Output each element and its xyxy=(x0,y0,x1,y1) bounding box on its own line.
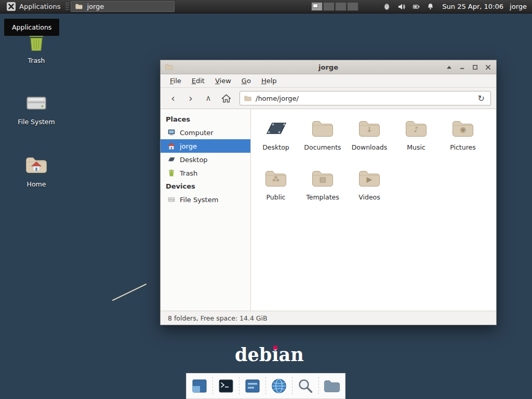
dock-separator xyxy=(265,377,266,395)
dock-item-panel[interactable] xyxy=(243,376,262,396)
workspace-1[interactable] xyxy=(311,2,323,11)
menu-edit[interactable]: Edit xyxy=(187,75,210,86)
folder-icon: ♪ xyxy=(404,116,429,141)
folder-item-documents[interactable]: Documents xyxy=(299,116,346,166)
desktop-special-icon xyxy=(263,116,288,141)
file-manager-window: jorge File Edit View Go Help xyxy=(160,60,497,325)
back-button[interactable]: ‹ xyxy=(166,91,180,105)
taskbar-item-label: jorge xyxy=(87,3,104,10)
desktop-icon-file-system[interactable]: File System xyxy=(11,90,61,126)
path-text[interactable]: /home/jorge/ xyxy=(256,95,472,102)
home-button[interactable] xyxy=(219,91,233,105)
dock-separator xyxy=(318,377,319,395)
mouse-icon[interactable] xyxy=(382,2,391,11)
folder-item-downloads[interactable]: ↓ Downloads xyxy=(346,116,393,166)
applications-menu-button[interactable]: Applications xyxy=(3,0,64,13)
reload-button[interactable]: ↻ xyxy=(476,94,487,103)
folder-label: Videos xyxy=(358,193,380,201)
menu-go[interactable]: Go xyxy=(236,75,256,86)
folder-view[interactable]: Desktop Documents ↓ Downloads xyxy=(251,109,496,311)
menu-file[interactable]: File xyxy=(165,75,187,86)
sidebar-item-trash[interactable]: Trash xyxy=(161,166,250,180)
up-button[interactable]: ∧ xyxy=(201,91,216,105)
applications-menu-label: Applications xyxy=(19,3,60,10)
desktop-icon-label: Trash xyxy=(28,57,45,64)
menu-view[interactable]: View xyxy=(210,75,236,86)
window-controls xyxy=(445,63,492,71)
panel-separator-handle[interactable] xyxy=(65,3,69,11)
folder-item-templates[interactable]: ▤ Templates xyxy=(299,166,346,216)
minimize-button[interactable] xyxy=(458,63,466,71)
sidebar-item-label: Trash xyxy=(180,169,197,177)
statusbar: 8 folders, Free space: 14.4 GiB xyxy=(161,311,496,325)
dock-item-browser[interactable] xyxy=(269,376,289,396)
workspace-pager[interactable] xyxy=(311,2,358,11)
clock[interactable]: Sun 25 Apr, 10:06 xyxy=(442,3,503,10)
shade-button[interactable] xyxy=(445,63,453,71)
desktop-artifact-line xyxy=(107,280,153,304)
terminal-icon xyxy=(217,377,235,395)
sidebar: Places Computer jorge xyxy=(161,109,251,311)
debian-logo: debian xyxy=(235,344,304,365)
folder-icon xyxy=(75,3,83,10)
workspace-2[interactable] xyxy=(323,2,335,11)
workspace-3[interactable] xyxy=(335,2,347,11)
sidebar-item-desktop[interactable]: Desktop xyxy=(161,153,250,166)
dock-item-window[interactable] xyxy=(190,376,209,396)
folder-emblem: ⁂ xyxy=(263,175,288,183)
folder-item-pictures[interactable]: ◉ Pictures xyxy=(440,116,486,166)
sidebar-item-label: Computer xyxy=(180,129,214,137)
desktop-icon xyxy=(167,155,176,164)
home-icon xyxy=(167,142,176,150)
folder-item-videos[interactable]: ▶ Videos xyxy=(346,166,393,216)
sidebar-item-jorge[interactable]: jorge xyxy=(161,139,250,153)
taskbar-item-jorge[interactable]: jorge xyxy=(71,1,175,12)
close-button[interactable] xyxy=(484,63,492,71)
sidebar-item-label: File System xyxy=(180,196,218,204)
browser-globe-icon xyxy=(270,377,288,395)
dock-separator xyxy=(212,377,213,395)
battery-icon[interactable] xyxy=(411,2,420,11)
home-folder-icon xyxy=(24,153,49,178)
menu-help[interactable]: Help xyxy=(256,75,282,86)
folder-label: Public xyxy=(267,193,286,201)
folder-label: Pictures xyxy=(450,143,476,151)
applications-tooltip: Applications xyxy=(4,19,59,36)
folder-emblem: ▤ xyxy=(310,175,335,183)
folder-label: Documents xyxy=(304,143,341,151)
folder-item-desktop[interactable]: Desktop xyxy=(252,116,299,166)
sidebar-item-file-system[interactable]: File System xyxy=(161,193,250,206)
window-body: Places Computer jorge xyxy=(161,109,496,311)
sidebar-header-devices: Devices xyxy=(161,180,250,193)
path-bar[interactable]: /home/jorge/ ↻ xyxy=(240,91,491,105)
dock-separator xyxy=(239,377,240,395)
folder-emblem: ♪ xyxy=(404,125,429,134)
drive-icon xyxy=(167,195,176,204)
dock-item-folder[interactable] xyxy=(322,376,342,396)
volume-icon[interactable] xyxy=(397,2,406,11)
dock-item-search[interactable] xyxy=(296,376,315,396)
desktop: Applications jorge xyxy=(0,0,532,399)
folder-item-public[interactable]: ⁂ Public xyxy=(252,166,299,216)
folder-icon: ◉ xyxy=(450,116,475,141)
workspace-window-thumb xyxy=(313,4,318,8)
desktop-icon-home[interactable]: Home xyxy=(11,153,61,188)
sidebar-item-label: Desktop xyxy=(180,156,208,164)
debian-logo-i: i xyxy=(272,344,278,365)
user-actions-label[interactable]: jorge xyxy=(510,3,527,10)
workspace-4[interactable] xyxy=(347,2,358,11)
statusbar-text: 8 folders, Free space: 14.4 GiB xyxy=(168,314,268,322)
folder-emblem: ↓ xyxy=(357,125,382,134)
forward-button[interactable]: › xyxy=(183,91,198,105)
trash-icon xyxy=(167,169,176,177)
maximize-button[interactable] xyxy=(471,63,479,71)
window-titlebar[interactable]: jorge xyxy=(161,60,496,74)
dock-separator xyxy=(292,377,292,395)
sidebar-item-computer[interactable]: Computer xyxy=(161,126,250,139)
notification-bell-icon[interactable] xyxy=(426,2,435,11)
folder-icon: ⁂ xyxy=(263,166,288,191)
dock-item-terminal[interactable] xyxy=(216,376,236,396)
folder-item-music[interactable]: ♪ Music xyxy=(393,116,440,166)
dock xyxy=(186,373,345,399)
folder-emblem: ◉ xyxy=(450,125,475,134)
